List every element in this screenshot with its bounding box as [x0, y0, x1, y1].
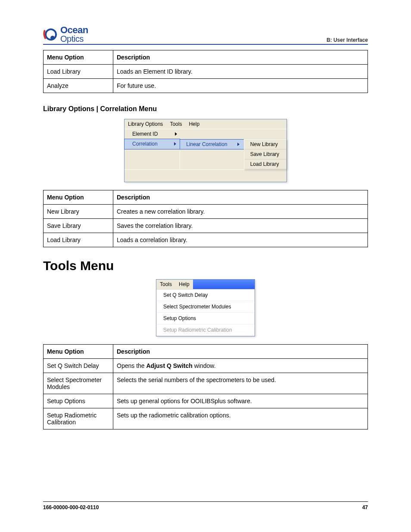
submenu-linear-correlation[interactable]: Linear Correlation — [180, 140, 243, 149]
doc-number: 166-00000-000-02-0110 — [43, 504, 99, 510]
table-row: Set Q Switch Delay Opens the Adjust Q Sw… — [44, 358, 368, 373]
table-row: Setup Radiometric Calibration Sets up th… — [44, 408, 368, 429]
chevron-right-icon — [237, 143, 240, 146]
table-row: New Library Creates a new correlation li… — [44, 204, 368, 218]
table-correlation-menu: Menu Option Description New Library Crea… — [43, 190, 368, 247]
table-row: Load Library Loads an Element ID library… — [44, 64, 368, 78]
table-row: Setup Options Sets up general options fo… — [44, 394, 368, 408]
logo-text-top: Ocean — [60, 26, 88, 35]
submenu-load-library[interactable]: Load Library — [244, 159, 286, 169]
th-description: Description — [113, 50, 368, 64]
heading-correlation-menu: Library Options | Correlation Menu — [43, 105, 368, 113]
chevron-right-icon — [174, 142, 176, 146]
menu-help[interactable]: Help — [185, 119, 203, 129]
menu-help[interactable]: Help — [175, 280, 193, 289]
tools-dropdown: Set Q Switch Delay Select Spectrometer M… — [156, 289, 255, 336]
heading-tools-menu: Tools Menu — [43, 258, 368, 273]
th-description: Description — [113, 190, 368, 204]
th-menu-option: Menu Option — [44, 344, 113, 358]
menu-item-select-spectrometer-modules[interactable]: Select Spectrometer Modules — [156, 301, 255, 313]
menubar: Library Options Tools Help — [125, 119, 286, 129]
chevron-right-icon — [175, 132, 177, 136]
table-tools-menu: Menu Option Description Set Q Switch Del… — [43, 344, 368, 429]
menu-tools[interactable]: Tools — [156, 280, 175, 289]
section-label: B: User Interface — [327, 37, 368, 43]
menu-tools[interactable]: Tools — [166, 119, 185, 129]
table-element-id-menu: Menu Option Description Load Library Loa… — [43, 50, 368, 93]
figure-correlation-menu: Library Options Tools Help Element ID — [124, 119, 287, 182]
menu-item-setup-options[interactable]: Setup Options — [156, 313, 255, 324]
logo-icon — [43, 27, 59, 42]
page-footer: 166-00000-000-02-0110 47 — [43, 501, 368, 510]
svg-point-0 — [50, 36, 55, 40]
table-row: Load Library Loads a correlation library… — [44, 233, 368, 247]
submenu-save-library[interactable]: Save Library — [244, 149, 286, 159]
page-header: Ocean Optics B: User Interface — [43, 26, 368, 45]
th-description: Description — [113, 344, 368, 358]
menu-library-options[interactable]: Library Options — [125, 119, 166, 129]
table-row: Select Spectrometer Modules Selects the … — [44, 373, 368, 394]
th-menu-option: Menu Option — [44, 190, 113, 204]
table-row: Save Library Saves the correlation libra… — [44, 218, 368, 233]
menu-item-set-q-switch-delay[interactable]: Set Q Switch Delay — [156, 289, 255, 301]
logo-text-bottom: Optics — [60, 35, 88, 43]
page-number: 47 — [362, 504, 368, 510]
submenu-correlation[interactable]: Correlation — [125, 139, 180, 149]
th-menu-option: Menu Option — [44, 50, 113, 64]
submenu-library-panel: New Library Save Library Load Library — [244, 139, 286, 169]
figure-tools-menu: Tools Help Set Q Switch Delay Select Spe… — [156, 279, 255, 336]
submenu-new-library[interactable]: New Library — [244, 140, 286, 149]
submenu-linear-correlation-panel: Linear Correlation — [180, 139, 243, 169]
menu-item-setup-radiometric-calibration[interactable]: Setup Radiometric Calibration — [156, 324, 255, 336]
logo: Ocean Optics — [43, 26, 88, 43]
submenu-element-id[interactable]: Element ID — [125, 129, 181, 139]
menubar: Tools Help — [156, 280, 255, 289]
table-row: Analyze For future use. — [44, 78, 368, 93]
